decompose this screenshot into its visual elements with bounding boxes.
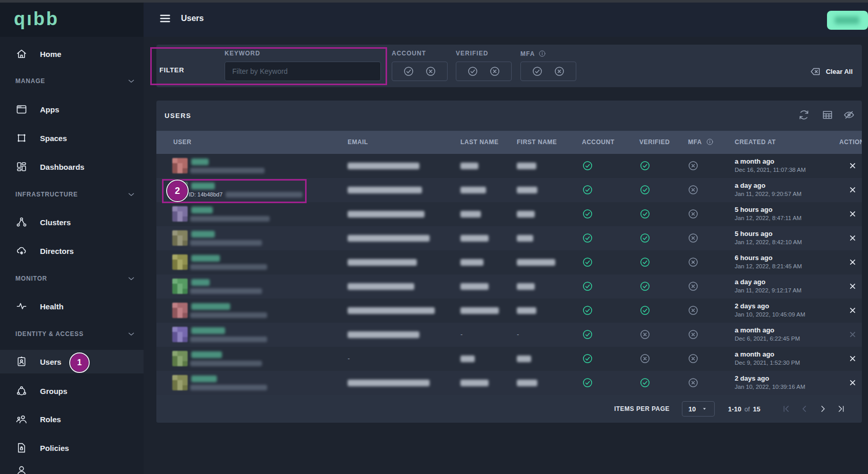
check-circle-icon verified-status	[639, 377, 651, 388]
created-at-relative: a day ago	[735, 278, 765, 286]
sidebar-item-users[interactable]: Users1	[0, 350, 144, 373]
delete-user-button close-icon[interactable]	[848, 185, 857, 194]
chevron-down-icon	[126, 329, 136, 339]
check-circle-icon verified-status	[639, 232, 651, 244]
delete-user-button close-icon[interactable]	[848, 161, 857, 170]
delete-user-button close-icon[interactable]	[848, 306, 857, 315]
users-icon	[15, 356, 28, 368]
sidebar-item-dashboards[interactable]: Dashboards	[0, 155, 144, 179]
sidebar-section-monitor[interactable]: MONITOR	[0, 271, 144, 286]
blurred-text	[226, 192, 302, 198]
last-page-button[interactable]	[836, 404, 846, 414]
cross-circle-icon mfa-status	[688, 160, 699, 171]
col-header-created-at: CREATED AT	[735, 139, 776, 146]
chevron-down-icon	[126, 189, 136, 200]
cross-circle-icon mfa-status	[688, 377, 699, 388]
delete-user-button close-icon[interactable]	[848, 330, 857, 339]
chevron-down-icon	[126, 273, 136, 284]
first-page-button[interactable]	[781, 404, 791, 414]
mfa-filter-label: MFA	[520, 50, 546, 57]
delete-user-button close-icon[interactable]	[848, 354, 857, 363]
table-row[interactable]: a month agoDec 16, 2021, 11:07:38 AM	[156, 154, 862, 178]
sidebar-section-manage[interactable]: MANAGE	[0, 73, 144, 89]
hamburger-menu-icon[interactable]	[159, 12, 171, 25]
delete-user-button close-icon[interactable]	[848, 282, 857, 291]
sidebar-item-label: Policies	[40, 444, 69, 452]
keyword-filter-input[interactable]	[225, 62, 381, 81]
check-circle-icon account-status	[582, 160, 593, 171]
col-header-user: USER	[173, 139, 191, 146]
delete-user-button close-icon[interactable]	[848, 233, 857, 243]
table-row[interactable]: 2 days agoJan 10, 2022, 10:39:16 AM	[156, 371, 862, 395]
items-per-page-label: ITEMS PER PAGE	[614, 405, 670, 412]
roles-icon	[15, 413, 28, 425]
mfa-no-toggle cross-circle-icon[interactable]	[554, 66, 565, 77]
created-at-relative: 6 hours ago	[735, 254, 773, 262]
info-icon[interactable]	[538, 50, 546, 57]
sidebar-item-directors[interactable]: Directors	[0, 239, 144, 263]
blurred-text	[191, 183, 215, 189]
table-row[interactable]: a day agoJan 11, 2022, 9:12:17 AM	[156, 274, 862, 299]
sidebar-item-roles[interactable]: Roles	[0, 407, 144, 431]
refresh-icon[interactable]	[798, 109, 810, 121]
table-row[interactable]: -a month agoDec 9, 2021, 1:52:30 PM	[156, 347, 862, 371]
sidebar-item-item[interactable]	[0, 459, 144, 474]
check-circle-icon verified-status	[639, 281, 651, 292]
sidebar-section-identity-access[interactable]: IDENTITY & ACCESS	[0, 326, 144, 342]
annotation-badge-1: 1	[69, 352, 90, 373]
sidebar-item-groups[interactable]: Groups	[0, 379, 144, 403]
account-filter-label: ACCOUNT	[392, 50, 426, 57]
sidebar-item-policies[interactable]: Policies	[0, 436, 144, 460]
check-circle-icon account-status	[582, 377, 593, 388]
table-row[interactable]: --a month agoDec 6, 2021, 6:22:45 PM	[156, 323, 862, 347]
blurred-text	[191, 376, 217, 382]
prev-page-button[interactable]	[799, 404, 810, 414]
users-panel: USERS USER EMAIL LAST NAME FIRST NAME AC…	[156, 101, 862, 423]
verified-no-toggle cross-circle-icon[interactable]	[489, 66, 500, 77]
backspace-clear-icon	[810, 66, 821, 77]
blurred-text	[348, 187, 422, 193]
sidebar-item-apps[interactable]: Apps	[0, 97, 144, 121]
sidebar-section-label: MONITOR	[15, 275, 47, 282]
sidebar-item-label: Health	[40, 302, 64, 311]
check-circle-icon account-status	[582, 208, 593, 220]
table-columns-icon[interactable]	[821, 109, 834, 121]
blurred-text	[517, 283, 535, 290]
created-at-date: Jan 11, 2022, 9:12:17 AM	[735, 287, 801, 293]
account-yes-toggle check-circle-icon[interactable]	[403, 66, 414, 77]
user-avatar	[172, 303, 188, 318]
next-page-button[interactable]	[818, 404, 828, 414]
items-per-page-select[interactable]: 10	[682, 401, 715, 417]
delete-user-button close-icon[interactable]	[848, 258, 857, 267]
sidebar-item-home[interactable]: Home	[0, 42, 144, 66]
caret-down-icon	[701, 405, 708, 412]
check-circle-icon verified-status	[639, 256, 651, 268]
keyword-label: KEYWORD	[225, 50, 260, 57]
blurred-text	[460, 356, 475, 362]
account-no-toggle cross-circle-icon[interactable]	[425, 66, 436, 77]
col-header-actions: ACTIONS	[839, 139, 862, 146]
sidebar-item-health[interactable]: Health	[0, 294, 144, 318]
info-icon[interactable]	[706, 138, 714, 146]
sidebar-item-spaces[interactable]: Spaces	[0, 126, 144, 150]
check-circle-icon account-status	[582, 329, 593, 340]
blurred-text	[191, 303, 230, 310]
sidebar-item-label: Apps	[40, 105, 59, 114]
sidebar-section-infrastructure[interactable]: INFRASTRUCTURE	[0, 187, 144, 202]
table-row[interactable]: 6 hours agoJan 12, 2022, 8:21:45 AM	[156, 250, 862, 274]
topbar-account-button[interactable]	[827, 11, 868, 30]
eye-off-icon[interactable]	[843, 109, 855, 121]
verified-yes-toggle check-circle-icon[interactable]	[467, 66, 478, 77]
created-at-date: Jan 12, 2022, 8:47:11 AM	[735, 215, 801, 221]
table-row[interactable]: 5 hours agoJan 12, 2022, 8:47:11 AM	[156, 202, 862, 226]
table-row[interactable]: 5 hours agoJan 12, 2022, 8:42:10 AM	[156, 226, 862, 250]
clear-all-label: Clear All	[826, 68, 853, 75]
col-header-mfa: MFA	[688, 139, 702, 146]
sidebar-item-clusters[interactable]: Clusters	[0, 210, 144, 234]
delete-user-button close-icon[interactable]	[848, 378, 857, 387]
mfa-yes-toggle check-circle-icon[interactable]	[532, 66, 543, 77]
table-row[interactable]: 2 days agoJan 10, 2022, 10:45:09 AM	[156, 299, 862, 323]
clear-all-button[interactable]: Clear All	[810, 61, 853, 82]
table-row[interactable]: ID: 14b48bd7a day agoJan 11, 2022, 9:20:…	[156, 178, 862, 202]
delete-user-button close-icon[interactable]	[848, 209, 857, 219]
